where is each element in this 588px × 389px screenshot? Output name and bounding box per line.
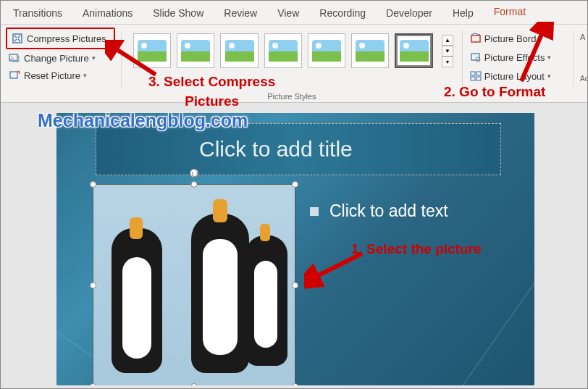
tab-slideshow[interactable]: Slide Show: [143, 2, 214, 24]
compress-icon: [12, 33, 23, 44]
penguin-graphic: [101, 214, 173, 380]
alt-text-partial[interactable]: A: [579, 30, 582, 43]
picture-style-option[interactable]: [220, 33, 258, 68]
gallery-scroll: ▲ ▼ ▾: [442, 35, 453, 67]
picture-border-icon: [470, 33, 482, 44]
bullet-icon: [310, 207, 319, 216]
gallery-more-button[interactable]: ▾: [442, 57, 453, 67]
resize-handle[interactable]: [292, 383, 298, 385]
tab-recording[interactable]: Recording: [309, 2, 376, 24]
svg-line-11: [311, 254, 362, 279]
svg-rect-7: [471, 72, 475, 75]
picture-style-option[interactable]: [264, 33, 302, 68]
tab-view[interactable]: View: [267, 2, 309, 24]
annotation-highlight-compress: Compress Pictures: [6, 28, 115, 49]
content-placeholder-text: Click to add text: [329, 201, 448, 221]
gallery-up-button[interactable]: ▲: [442, 35, 453, 46]
content-placeholder[interactable]: Click to add text: [310, 201, 448, 221]
compress-pictures-label: Compress Pictures: [27, 33, 106, 44]
chevron-down-icon: ▾: [83, 72, 87, 79]
resize-handle[interactable]: [191, 181, 198, 188]
svg-rect-8: [476, 72, 481, 75]
ribbon-tabs: Transitions Animations Slide Show Review…: [0, 0, 588, 25]
annotation-step-3: 3. Select CompressPictures: [148, 72, 275, 111]
resize-handle[interactable]: [90, 283, 96, 289]
resize-handle[interactable]: [90, 383, 96, 385]
picture-style-option-selected[interactable]: [395, 33, 432, 68]
change-picture-button[interactable]: Change Picture ▾: [6, 50, 115, 66]
reset-picture-icon: [9, 70, 20, 81]
resize-handle[interactable]: [292, 181, 298, 188]
inserted-picture[interactable]: [93, 184, 295, 385]
change-picture-icon: [9, 52, 20, 64]
annotation-step-2: 2. Go to Format: [444, 84, 545, 100]
tab-animations[interactable]: Animations: [72, 2, 143, 24]
picture-style-option[interactable]: [177, 33, 214, 68]
picture-style-option[interactable]: [308, 33, 345, 68]
svg-rect-4: [471, 35, 480, 42]
resize-handle[interactable]: [292, 283, 298, 289]
change-picture-label: Change Picture: [24, 53, 89, 64]
rotate-handle[interactable]: [190, 169, 198, 177]
resize-handle[interactable]: [191, 383, 198, 385]
chevron-down-icon: ▾: [92, 54, 96, 62]
svg-line-13: [111, 46, 156, 75]
annotation-arrow: [514, 22, 558, 87]
picture-styles-gallery: ▲ ▼ ▾: [127, 28, 456, 68]
resize-handle[interactable]: [90, 181, 96, 188]
svg-point-2: [11, 56, 12, 57]
slide-canvas-area: Click to add title Click to add text: [0, 103, 588, 389]
tab-help[interactable]: Help: [442, 2, 484, 24]
reset-picture-label: Reset Picture: [24, 70, 80, 81]
svg-rect-9: [471, 77, 475, 80]
gallery-down-button[interactable]: ▼: [442, 46, 453, 57]
picture-style-option[interactable]: [351, 33, 389, 68]
penguin-graphic: [238, 221, 296, 373]
svg-rect-0: [13, 34, 22, 43]
tab-transitions[interactable]: Transitions: [3, 2, 72, 24]
svg-rect-10: [476, 77, 481, 80]
accessibility-partial: Acce: [579, 72, 582, 85]
picture-effects-icon: [470, 51, 482, 63]
svg-rect-5: [471, 54, 479, 60]
ribbon-group-adjust: Compress Pictures Change Picture ▾ Reset…: [0, 25, 121, 102]
tab-developer[interactable]: Developer: [376, 2, 442, 24]
reset-picture-button[interactable]: Reset Picture ▾: [6, 67, 115, 83]
ribbon-right-edge: A Acce: [574, 25, 588, 102]
picture-layout-icon: [470, 70, 482, 82]
tab-review[interactable]: Review: [214, 2, 267, 24]
compress-pictures-button[interactable]: Compress Pictures: [9, 30, 109, 46]
title-placeholder-text: Click to add title: [199, 137, 353, 162]
svg-line-12: [521, 28, 545, 81]
svg-rect-3: [10, 72, 17, 78]
tab-format[interactable]: Format: [484, 1, 536, 24]
watermark-text: Mechanicalengblog.com: [38, 110, 248, 131]
annotation-step-1: 1. Select the picture: [351, 241, 482, 257]
